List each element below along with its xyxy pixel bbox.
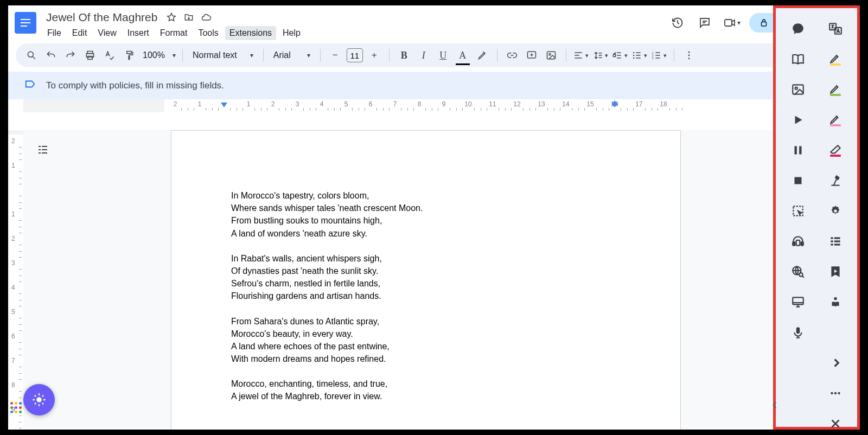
- play-icon[interactable]: [787, 109, 809, 131]
- menu-format[interactable]: Format: [156, 26, 192, 40]
- book-icon[interactable]: [787, 48, 809, 70]
- menu-edit[interactable]: Edit: [68, 26, 92, 40]
- meet-button[interactable]: ▾: [722, 13, 742, 33]
- numbered-list-button[interactable]: 123: [651, 47, 667, 63]
- label-icon: [24, 78, 36, 93]
- document-outline-icon[interactable]: [36, 143, 49, 158]
- svg-rect-30: [793, 242, 795, 246]
- version-history-icon[interactable]: [668, 13, 687, 33]
- document-page[interactable]: In Morocco's tapestry, colors bloom, Whe…: [171, 130, 681, 430]
- expand-right-icon[interactable]: [826, 352, 847, 374]
- apps-grip-icon[interactable]: [10, 402, 22, 413]
- insert-image-icon[interactable]: [543, 47, 559, 63]
- stop-icon[interactable]: [787, 170, 809, 191]
- add-comment-icon[interactable]: [524, 47, 540, 63]
- highlighter-yellow-icon[interactable]: [825, 48, 846, 70]
- eraser-pink-icon[interactable]: [825, 139, 846, 161]
- svg-point-17: [688, 52, 690, 53]
- spellcheck-icon[interactable]: [101, 47, 118, 63]
- pause-icon[interactable]: [787, 139, 809, 161]
- menu-tools[interactable]: Tools: [194, 26, 222, 40]
- svg-point-44: [831, 392, 833, 394]
- speech-bubble-icon[interactable]: [787, 18, 809, 40]
- bold-button[interactable]: B: [396, 47, 412, 63]
- svg-rect-35: [831, 240, 833, 242]
- move-icon[interactable]: [182, 11, 195, 24]
- svg-point-46: [838, 392, 840, 394]
- extension-side-panel: [773, 5, 860, 430]
- svg-rect-38: [834, 244, 840, 245]
- svg-rect-37: [831, 244, 833, 245]
- font-family-select[interactable]: Arial▾: [270, 50, 314, 60]
- text-color-button[interactable]: A: [455, 47, 471, 63]
- collapse-panel-icon[interactable]: [768, 399, 781, 412]
- menu-insert[interactable]: Insert: [123, 26, 154, 40]
- search-menus-icon[interactable]: [23, 47, 40, 63]
- svg-point-24: [795, 87, 797, 89]
- undo-icon[interactable]: [43, 47, 59, 63]
- svg-rect-26: [799, 146, 801, 154]
- svg-point-13: [633, 57, 635, 59]
- svg-rect-27: [794, 177, 801, 184]
- svg-rect-36: [834, 240, 840, 242]
- horizontal-ruler[interactable]: 21123456789101112131415161718: [23, 99, 860, 112]
- banner-message: To comply with policies, fill in missing…: [46, 80, 224, 91]
- highlight-color-button[interactable]: [474, 47, 490, 63]
- picture-icon[interactable]: [787, 79, 809, 100]
- insert-link-icon[interactable]: [504, 47, 520, 63]
- bulleted-list-button[interactable]: [631, 47, 648, 63]
- document-title[interactable]: Jewel Of the Maghreb: [43, 10, 161, 25]
- reader-icon[interactable]: [825, 291, 846, 313]
- more-tools-icon[interactable]: [681, 47, 697, 63]
- cloud-status-icon[interactable]: [200, 11, 213, 24]
- bookmark-play-icon[interactable]: [825, 261, 846, 283]
- svg-rect-1: [762, 22, 767, 27]
- svg-rect-41: [793, 297, 803, 304]
- highlighter-pink-icon[interactable]: [825, 109, 846, 131]
- menu-file[interactable]: File: [43, 26, 66, 40]
- italic-button[interactable]: I: [416, 47, 432, 63]
- decrease-font-size[interactable]: −: [327, 47, 343, 63]
- list-blocks-icon[interactable]: [825, 231, 846, 252]
- headset-doc-icon[interactable]: [787, 231, 809, 252]
- close-panel-icon[interactable]: [825, 413, 846, 434]
- underline-button[interactable]: U: [435, 47, 451, 63]
- svg-rect-6: [129, 56, 130, 60]
- align-button[interactable]: [573, 47, 589, 63]
- toolbar: 100%▾ Normal text▾ Arial▾ − + B I U A 12…: [16, 43, 852, 67]
- desk-lamp-icon[interactable]: [825, 170, 846, 191]
- svg-rect-10: [614, 54, 616, 56]
- svg-rect-32: [796, 240, 800, 246]
- poem-stanza: From Sahara's dunes to Atlantic spray, M…: [231, 315, 680, 366]
- selection-icon[interactable]: [787, 200, 809, 222]
- poem-stanza: Morocco, enchanting, timeless, and true,…: [231, 378, 680, 402]
- paint-format-icon[interactable]: [121, 47, 137, 63]
- star-icon[interactable]: [165, 11, 178, 24]
- docs-logo[interactable]: [15, 12, 36, 34]
- globe-search-icon[interactable]: [787, 261, 809, 283]
- highlighter-green-icon[interactable]: [825, 79, 846, 100]
- paragraph-style-select[interactable]: Normal text▾: [189, 50, 257, 60]
- increase-font-size[interactable]: +: [366, 47, 382, 63]
- microphone-icon[interactable]: [787, 322, 809, 343]
- font-size-input[interactable]: [347, 48, 363, 62]
- comments-icon[interactable]: [695, 13, 714, 33]
- svg-rect-23: [793, 85, 803, 94]
- svg-point-42: [834, 297, 837, 300]
- puzzle-gear-icon[interactable]: [825, 200, 846, 222]
- translate-icon[interactable]: [825, 18, 846, 40]
- svg-point-12: [633, 55, 635, 56]
- zoom-select[interactable]: 100%▾: [141, 47, 176, 63]
- checklist-button[interactable]: [612, 47, 628, 63]
- svg-point-45: [834, 392, 836, 394]
- line-spacing-button[interactable]: [592, 47, 609, 63]
- vertical-ruler[interactable]: 21123456789: [8, 130, 23, 430]
- redo-icon[interactable]: [62, 47, 79, 63]
- menu-view[interactable]: View: [93, 26, 120, 40]
- desktop-icon[interactable]: [787, 291, 809, 313]
- menu-help[interactable]: Help: [278, 26, 305, 40]
- menu-extensions[interactable]: Extensions: [225, 26, 276, 40]
- ai-fab-button[interactable]: [23, 384, 55, 415]
- print-icon[interactable]: [82, 47, 98, 63]
- more-options-icon[interactable]: [825, 382, 846, 404]
